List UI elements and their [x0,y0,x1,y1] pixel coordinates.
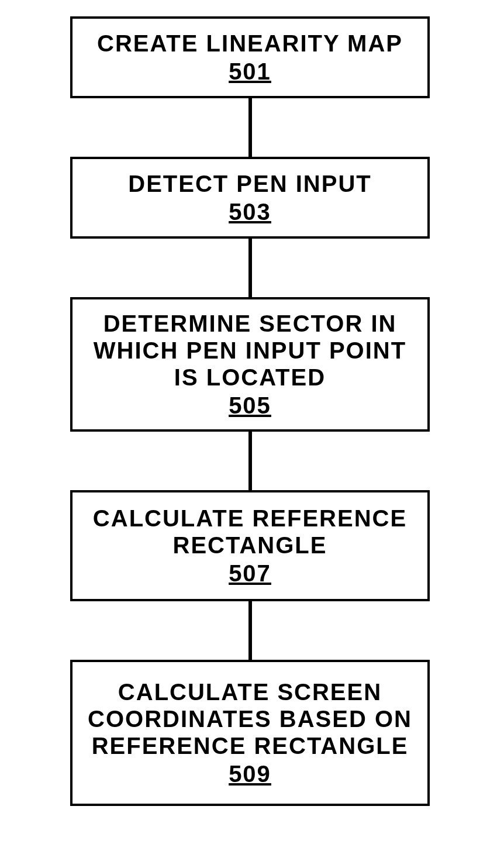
flowchart-canvas: CREATE LINEARITY MAP 501 DETECT PEN INPU… [0,0,504,844]
step-ref: 509 [229,760,271,787]
step-ref: 501 [229,58,271,85]
step-box-503: DETECT PEN INPUT 503 [70,157,430,239]
connector-507-509 [248,601,252,660]
step-label: DETECT PEN INPUT [128,170,371,197]
step-ref: 507 [229,560,271,587]
step-label: CALCULATE REFERENCE RECTANGLE [78,505,422,559]
step-ref: 505 [229,392,271,419]
step-label: CALCULATE SCREEN COORDINATES BASED ON RE… [78,678,422,759]
connector-503-505 [248,239,252,297]
step-box-505: DETERMINE SECTOR IN WHICH PEN INPUT POIN… [70,297,430,432]
step-box-507: CALCULATE REFERENCE RECTANGLE 507 [70,490,430,601]
step-ref: 503 [229,198,271,225]
step-label: CREATE LINEARITY MAP [97,30,403,57]
connector-501-503 [248,98,252,157]
connector-505-507 [248,432,252,490]
step-box-509: CALCULATE SCREEN COORDINATES BASED ON RE… [70,660,430,806]
step-box-501: CREATE LINEARITY MAP 501 [70,16,430,98]
step-label: DETERMINE SECTOR IN WHICH PEN INPUT POIN… [78,310,422,391]
